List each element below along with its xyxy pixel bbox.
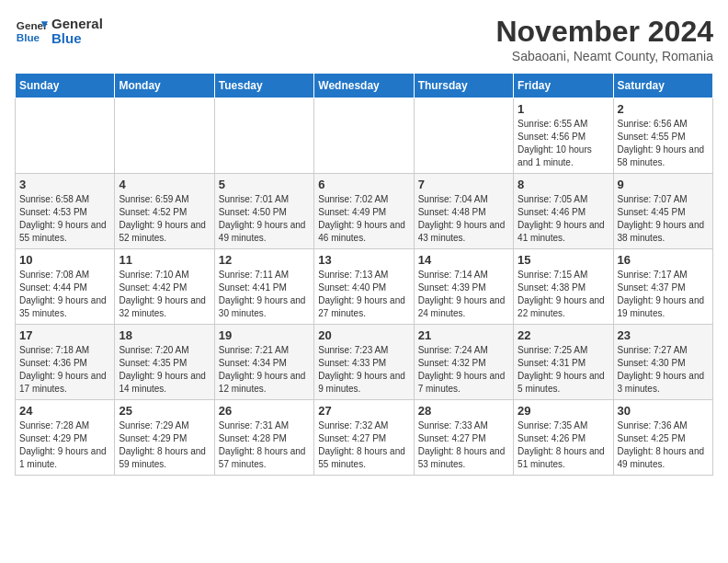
- day-info: Sunrise: 7:21 AM Sunset: 4:34 PM Dayligh…: [219, 344, 310, 396]
- day-number: 16: [618, 253, 709, 267]
- logo: General Blue General Blue: [15, 15, 103, 48]
- calendar-cell: 19Sunrise: 7:21 AM Sunset: 4:34 PM Dayli…: [214, 325, 313, 400]
- weekday-header-cell: Wednesday: [314, 74, 414, 98]
- day-number: 17: [19, 328, 110, 342]
- calendar-week-row: 3Sunrise: 6:58 AM Sunset: 4:53 PM Daylig…: [16, 174, 713, 249]
- day-info: Sunrise: 7:17 AM Sunset: 4:37 PM Dayligh…: [618, 269, 709, 320]
- calendar-cell: 8Sunrise: 7:05 AM Sunset: 4:46 PM Daylig…: [514, 174, 613, 249]
- calendar-cell: 3Sunrise: 6:58 AM Sunset: 4:53 PM Daylig…: [16, 174, 115, 249]
- day-info: Sunrise: 7:23 AM Sunset: 4:33 PM Dayligh…: [318, 344, 409, 396]
- day-info: Sunrise: 6:56 AM Sunset: 4:55 PM Dayligh…: [618, 118, 709, 169]
- weekday-header-cell: Friday: [514, 74, 613, 98]
- calendar-cell: 18Sunrise: 7:20 AM Sunset: 4:35 PM Dayli…: [115, 325, 214, 400]
- calendar-cell: 24Sunrise: 7:28 AM Sunset: 4:29 PM Dayli…: [16, 400, 115, 476]
- calendar-cell: 7Sunrise: 7:04 AM Sunset: 4:48 PM Daylig…: [414, 174, 513, 249]
- weekday-header-cell: Sunday: [16, 74, 115, 98]
- day-info: Sunrise: 7:14 AM Sunset: 4:39 PM Dayligh…: [418, 269, 509, 320]
- day-info: Sunrise: 7:13 AM Sunset: 4:40 PM Dayligh…: [318, 269, 409, 320]
- calendar-cell: 29Sunrise: 7:35 AM Sunset: 4:26 PM Dayli…: [514, 400, 613, 476]
- day-info: Sunrise: 6:59 AM Sunset: 4:52 PM Dayligh…: [119, 193, 210, 245]
- weekday-header-cell: Saturday: [613, 74, 712, 98]
- calendar-cell: 23Sunrise: 7:27 AM Sunset: 4:30 PM Dayli…: [613, 325, 712, 400]
- calendar-cell: 11Sunrise: 7:10 AM Sunset: 4:42 PM Dayli…: [115, 249, 214, 325]
- day-number: 21: [418, 328, 509, 342]
- calendar-cell: 25Sunrise: 7:29 AM Sunset: 4:29 PM Dayli…: [115, 400, 214, 476]
- day-number: 27: [318, 404, 409, 418]
- location-subtitle: Sabaoani, Neamt County, Romania: [495, 49, 713, 63]
- svg-text:Blue: Blue: [17, 31, 40, 43]
- day-number: 8: [518, 178, 609, 191]
- day-info: Sunrise: 7:02 AM Sunset: 4:49 PM Dayligh…: [318, 193, 409, 245]
- day-number: 10: [19, 253, 110, 267]
- day-number: 29: [518, 404, 609, 418]
- day-info: Sunrise: 7:29 AM Sunset: 4:29 PM Dayligh…: [119, 419, 210, 471]
- day-number: 3: [19, 178, 110, 191]
- calendar-table: SundayMondayTuesdayWednesdayThursdayFrid…: [15, 73, 713, 476]
- day-info: Sunrise: 7:11 AM Sunset: 4:41 PM Dayligh…: [219, 269, 310, 320]
- svg-text:General: General: [17, 19, 48, 31]
- calendar-week-row: 10Sunrise: 7:08 AM Sunset: 4:44 PM Dayli…: [16, 249, 713, 325]
- day-info: Sunrise: 7:33 AM Sunset: 4:27 PM Dayligh…: [418, 419, 509, 471]
- logo-icon: General Blue: [15, 15, 48, 48]
- weekday-header-cell: Monday: [115, 74, 214, 98]
- day-number: 9: [618, 178, 709, 191]
- day-info: Sunrise: 7:20 AM Sunset: 4:35 PM Dayligh…: [119, 344, 210, 396]
- day-number: 30: [618, 404, 709, 418]
- day-info: Sunrise: 6:55 AM Sunset: 4:56 PM Dayligh…: [518, 118, 609, 169]
- day-info: Sunrise: 7:28 AM Sunset: 4:29 PM Dayligh…: [19, 419, 110, 471]
- day-number: 26: [219, 404, 310, 418]
- calendar-cell: 30Sunrise: 7:36 AM Sunset: 4:25 PM Dayli…: [613, 400, 712, 476]
- day-info: Sunrise: 7:35 AM Sunset: 4:26 PM Dayligh…: [518, 419, 609, 471]
- weekday-header-cell: Tuesday: [214, 74, 313, 98]
- day-number: 28: [418, 404, 509, 418]
- day-number: 1: [518, 102, 609, 116]
- day-info: Sunrise: 7:25 AM Sunset: 4:31 PM Dayligh…: [518, 344, 609, 396]
- calendar-cell: 28Sunrise: 7:33 AM Sunset: 4:27 PM Dayli…: [414, 400, 513, 476]
- day-info: Sunrise: 7:04 AM Sunset: 4:48 PM Dayligh…: [418, 193, 509, 245]
- calendar-cell: 27Sunrise: 7:32 AM Sunset: 4:27 PM Dayli…: [314, 400, 414, 476]
- day-number: 6: [318, 178, 409, 191]
- day-info: Sunrise: 7:32 AM Sunset: 4:27 PM Dayligh…: [318, 419, 409, 471]
- day-number: 11: [119, 253, 210, 267]
- weekday-header-row: SundayMondayTuesdayWednesdayThursdayFrid…: [16, 74, 713, 98]
- calendar-cell: 12Sunrise: 7:11 AM Sunset: 4:41 PM Dayli…: [214, 249, 313, 325]
- day-info: Sunrise: 7:36 AM Sunset: 4:25 PM Dayligh…: [618, 419, 709, 471]
- day-info: Sunrise: 7:01 AM Sunset: 4:50 PM Dayligh…: [219, 193, 310, 245]
- calendar-cell: 9Sunrise: 7:07 AM Sunset: 4:45 PM Daylig…: [613, 174, 712, 249]
- calendar-week-row: 17Sunrise: 7:18 AM Sunset: 4:36 PM Dayli…: [16, 325, 713, 400]
- calendar-cell: 5Sunrise: 7:01 AM Sunset: 4:50 PM Daylig…: [214, 174, 313, 249]
- day-info: Sunrise: 7:31 AM Sunset: 4:28 PM Dayligh…: [219, 419, 310, 471]
- day-number: 18: [119, 328, 210, 342]
- calendar-cell: [214, 98, 313, 174]
- calendar-cell: 1Sunrise: 6:55 AM Sunset: 4:56 PM Daylig…: [514, 98, 613, 174]
- day-info: Sunrise: 7:10 AM Sunset: 4:42 PM Dayligh…: [119, 269, 210, 320]
- day-info: Sunrise: 7:24 AM Sunset: 4:32 PM Dayligh…: [418, 344, 509, 396]
- day-number: 14: [418, 253, 509, 267]
- calendar-cell: 2Sunrise: 6:56 AM Sunset: 4:55 PM Daylig…: [613, 98, 712, 174]
- day-number: 23: [618, 328, 709, 342]
- calendar-cell: 13Sunrise: 7:13 AM Sunset: 4:40 PM Dayli…: [314, 249, 414, 325]
- calendar-week-row: 1Sunrise: 6:55 AM Sunset: 4:56 PM Daylig…: [16, 98, 713, 174]
- calendar-cell: [414, 98, 513, 174]
- calendar-cell: 10Sunrise: 7:08 AM Sunset: 4:44 PM Dayli…: [16, 249, 115, 325]
- day-number: 12: [219, 253, 310, 267]
- calendar-cell: 16Sunrise: 7:17 AM Sunset: 4:37 PM Dayli…: [613, 249, 712, 325]
- day-number: 15: [518, 253, 609, 267]
- day-number: 22: [518, 328, 609, 342]
- logo-general: General: [51, 17, 103, 32]
- day-info: Sunrise: 7:15 AM Sunset: 4:38 PM Dayligh…: [518, 269, 609, 320]
- logo-blue: Blue: [51, 31, 103, 47]
- day-info: Sunrise: 7:05 AM Sunset: 4:46 PM Dayligh…: [518, 193, 609, 245]
- calendar-cell: 21Sunrise: 7:24 AM Sunset: 4:32 PM Dayli…: [414, 325, 513, 400]
- day-number: 5: [219, 178, 310, 191]
- title-area: November 2024 Sabaoani, Neamt County, Ro…: [495, 15, 713, 63]
- day-info: Sunrise: 7:27 AM Sunset: 4:30 PM Dayligh…: [618, 344, 709, 396]
- day-number: 20: [318, 328, 409, 342]
- day-number: 25: [119, 404, 210, 418]
- calendar-cell: [314, 98, 414, 174]
- calendar-cell: 22Sunrise: 7:25 AM Sunset: 4:31 PM Dayli…: [514, 325, 613, 400]
- calendar-cell: [16, 98, 115, 174]
- day-number: 24: [19, 404, 110, 418]
- calendar-cell: 14Sunrise: 7:14 AM Sunset: 4:39 PM Dayli…: [414, 249, 513, 325]
- calendar-cell: 15Sunrise: 7:15 AM Sunset: 4:38 PM Dayli…: [514, 249, 613, 325]
